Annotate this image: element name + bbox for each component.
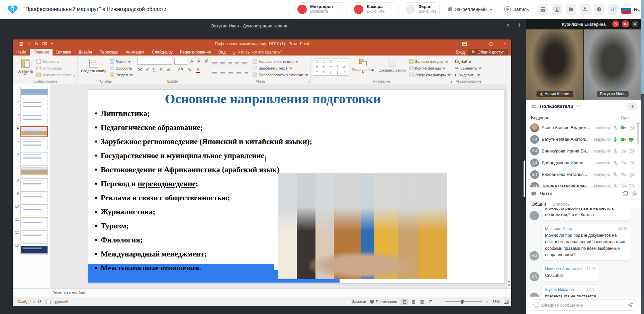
- maximize-button[interactable]: ▢: [484, 39, 498, 48]
- numbered-list-icon[interactable]: [220, 61, 225, 65]
- shape-icon[interactable]: ⇩: [336, 65, 339, 69]
- shape-icon[interactable]: ▱: [343, 65, 346, 69]
- camera-muted-icon[interactable]: [622, 20, 629, 27]
- shape-icon[interactable]: ○: [337, 59, 339, 64]
- copy-button[interactable]: Копировать: [36, 65, 76, 71]
- bullet-list-icon[interactable]: [212, 61, 217, 65]
- slide-thumbnail[interactable]: 4: [15, 126, 48, 137]
- emoji-icon[interactable]: [533, 302, 539, 308]
- moderation-button[interactable]: [580, 4, 590, 15]
- mic-muted-icon[interactable]: [612, 20, 619, 27]
- save-icon[interactable]: [19, 42, 23, 46]
- align-left-icon[interactable]: [212, 71, 217, 75]
- screen-share-status-icon[interactable]: [629, 160, 634, 166]
- format-painter-button[interactable]: Формат по образцу: [36, 72, 76, 78]
- ribbon-tab[interactable]: Дизайн: [75, 49, 96, 56]
- mic-status-icon[interactable]: [613, 184, 618, 188]
- participant-row[interactable]: Асоян Ксения Владим... ведущий: [526, 122, 641, 133]
- camera-status-icon[interactable]: [621, 148, 626, 154]
- find-button[interactable]: Найти: [455, 59, 482, 64]
- camera-status-icon[interactable]: [621, 184, 626, 188]
- decrease-indent-icon[interactable]: [228, 61, 232, 65]
- zoom-in-button[interactable]: +: [486, 299, 488, 304]
- device-toggle-button[interactable]: Микрофон Включить ⋮: [294, 2, 347, 16]
- ribbon-tab[interactable]: Переходы: [96, 49, 122, 56]
- notes-panel-button[interactable]: [552, 4, 562, 15]
- mic-status-icon[interactable]: [613, 172, 618, 177]
- clear-format-button[interactable]: А̸: [203, 59, 208, 64]
- slide-thumbnail[interactable]: 2: [15, 100, 48, 111]
- shape-icon[interactable]: ↱: [323, 65, 325, 69]
- participant-video-tile[interactable]: Ватутин Иван: [584, 29, 641, 100]
- shadow-button[interactable]: S: [159, 68, 164, 72]
- slide-thumbnail[interactable]: 6: [15, 152, 48, 163]
- smartart-button[interactable]: Преобразовать в SmartArt: [253, 72, 308, 78]
- spellcheck-icon[interactable]: [46, 300, 51, 304]
- device-toggle-button[interactable]: Камера Включить ⋮: [351, 2, 399, 16]
- camera-status-icon[interactable]: [621, 172, 626, 177]
- change-case-button[interactable]: Аа: [186, 68, 193, 72]
- shape-fill-button[interactable]: Заливка фигуры: [409, 59, 451, 64]
- new-slide-button[interactable]: Создать слайд: [80, 58, 107, 74]
- scroll-up-icon[interactable]: [637, 122, 639, 124]
- font-color-button[interactable]: А: [196, 67, 200, 73]
- slide-thumbnail[interactable]: 9: [15, 191, 48, 202]
- share-button[interactable]: Общий доступ: [468, 49, 508, 56]
- chat-settings-icon[interactable]: [632, 191, 637, 196]
- start-slideshow-icon[interactable]: [42, 42, 47, 46]
- mic-status-icon[interactable]: [613, 125, 618, 130]
- send-button[interactable]: [626, 300, 635, 310]
- zoom-slider[interactable]: [445, 301, 482, 302]
- drawing-dialog-launcher-icon[interactable]: [449, 81, 452, 83]
- ribbon-tab[interactable]: Главная: [30, 49, 53, 56]
- cut-button[interactable]: Вырезать: [36, 59, 76, 64]
- notes-toggle[interactable]: Заметки: [346, 300, 366, 304]
- italic-button[interactable]: К: [145, 68, 150, 72]
- tell-me-box[interactable]: Что вы хотите сделать?: [229, 49, 285, 56]
- undo-icon[interactable]: ↺: [27, 41, 31, 46]
- participant-row[interactable]: ВИ Ватутин Иван Анатол... ведущий: [526, 133, 641, 145]
- close-window-button[interactable]: ×: [498, 39, 511, 48]
- slide-thumbnail[interactable]: 5: [15, 139, 48, 150]
- font-dialog-launcher-icon[interactable]: [207, 81, 209, 83]
- bold-button[interactable]: Ж: [137, 68, 143, 72]
- mic-status-icon[interactable]: [613, 160, 618, 166]
- shape-icon[interactable]: ↰: [316, 65, 318, 69]
- chat-tab[interactable]: Вопросы: [553, 202, 570, 207]
- screen-share-status-icon[interactable]: [629, 172, 634, 177]
- popout-chat-icon[interactable]: [623, 191, 628, 196]
- mic-status-icon[interactable]: [613, 137, 618, 142]
- slide-thumbnail[interactable]: 7: [15, 165, 48, 176]
- reset-button[interactable]: Сбросить: [110, 65, 133, 71]
- shape-icon[interactable]: }: [337, 70, 338, 75]
- shape-icon[interactable]: ∖: [323, 59, 325, 64]
- arrange-button[interactable]: Упорядочить: [351, 58, 375, 75]
- language-status[interactable]: русский: [55, 300, 68, 304]
- fit-slide-button[interactable]: [504, 300, 509, 304]
- shrink-font-button[interactable]: А̌: [196, 59, 201, 64]
- participant-row[interactable]: ЕН Елховикова Наталья ... ведущий: [526, 169, 641, 180]
- slide-thumbnail[interactable]: 8: [15, 178, 48, 189]
- ribbon-tab[interactable]: Слайд-шоу: [148, 49, 176, 56]
- font-size-input[interactable]: [174, 58, 187, 65]
- columns-icon[interactable]: [245, 71, 248, 75]
- ribbon-tab[interactable]: Файл: [13, 49, 30, 56]
- screen-share-status-icon[interactable]: [629, 184, 634, 188]
- stage-scrollbar[interactable]: [524, 161, 525, 197]
- ribbon-tab[interactable]: Вид: [215, 49, 229, 56]
- camera-status-icon[interactable]: [621, 137, 626, 142]
- participant-row[interactable]: ЗН Зимина Наталия Алек... ведущий: [526, 180, 641, 187]
- message-input[interactable]: [542, 303, 623, 308]
- zoom-slider-thumb[interactable]: [461, 300, 463, 304]
- previous-slide-icon[interactable]: [508, 280, 510, 282]
- shape-outline-button[interactable]: Контур фигуры: [409, 65, 451, 71]
- slide-thumbnail[interactable]: 1: [15, 87, 48, 98]
- shape-icon[interactable]: □: [330, 59, 332, 64]
- gear-icon[interactable]: [632, 20, 639, 27]
- view-mode-button[interactable]: ▤: [401, 299, 408, 305]
- shape-icon[interactable]: {: [330, 70, 331, 75]
- align-center-icon[interactable]: [220, 71, 225, 75]
- zoom-out-button[interactable]: −: [439, 299, 441, 304]
- sign-in-button[interactable]: Вход: [456, 50, 465, 55]
- close-icon[interactable]: ×: [506, 21, 510, 29]
